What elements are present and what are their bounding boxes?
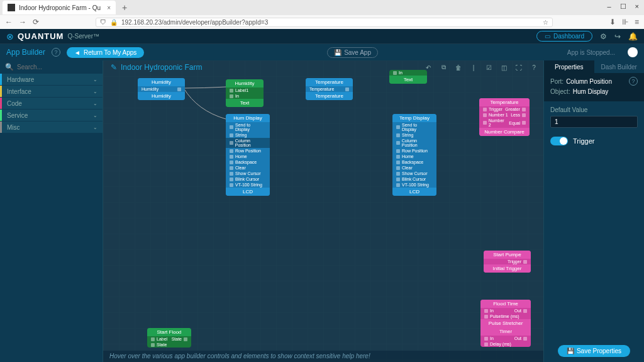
return-button[interactable]: ◄ Return To My Apps bbox=[67, 47, 144, 58]
tab-properties[interactable]: Properties bbox=[544, 60, 594, 73]
edit-icon[interactable]: ✎ bbox=[111, 63, 117, 72]
delete-icon[interactable]: 🗑 bbox=[454, 63, 463, 72]
download-icon[interactable]: ⬇ bbox=[609, 18, 616, 26]
sidebar-item-hardware[interactable]: Hardware⌄ bbox=[0, 74, 103, 85]
reload-button[interactable]: ⟳ bbox=[33, 18, 39, 26]
search-box[interactable]: 🔍 bbox=[0, 60, 103, 74]
library-icon[interactable]: ⊪ bbox=[622, 18, 628, 26]
canvas[interactable]: ✎ Indoor Hydroponic Farm ↶ ⧉ 🗑 | ☑ ◫ ⛶ ?… bbox=[103, 60, 543, 362]
node-start-flood[interactable]: Start Flood LabelState State bbox=[147, 328, 191, 348]
default-value-label: Default Value bbox=[550, 106, 638, 113]
save-icon: 💾 bbox=[334, 49, 341, 56]
copy-icon[interactable]: ⧉ bbox=[439, 63, 448, 72]
fullscreen-icon[interactable]: ⛶ bbox=[514, 63, 523, 72]
node-flood-time[interactable]: Flood Time InOut Pulsetime (ms) Pulse St… bbox=[480, 300, 531, 347]
menu-icon[interactable]: ≡ bbox=[635, 18, 639, 26]
logo-icon: ⊗ bbox=[6, 31, 14, 42]
maximize-button[interactable]: ☐ bbox=[620, 3, 626, 11]
browser-tab[interactable]: Indoor Hydroponic Farm - Qu × bbox=[3, 1, 116, 14]
star-icon[interactable]: ☆ bbox=[543, 19, 548, 26]
help-icon[interactable]: ? bbox=[629, 77, 638, 86]
node-number-compare[interactable]: Temperature TriggerGreater Number 1Less … bbox=[479, 98, 530, 136]
page-title: App Builder bbox=[6, 48, 45, 57]
crop-icon[interactable]: ◫ bbox=[499, 63, 508, 72]
help-bar: Hover over the various app builder contr… bbox=[103, 351, 543, 362]
save-icon: 💾 bbox=[567, 348, 574, 354]
back-button[interactable]: ← bbox=[5, 18, 13, 26]
chevron-down-icon: ⌄ bbox=[93, 77, 97, 82]
sidebar-item-interface[interactable]: Interface⌄ bbox=[0, 86, 103, 97]
dashboard-button[interactable]: ▭ Dashboard bbox=[536, 31, 592, 42]
gear-icon[interactable]: ⚙ bbox=[600, 32, 607, 41]
back-icon: ◄ bbox=[74, 49, 80, 56]
chevron-down-icon: ⌄ bbox=[93, 125, 97, 130]
url-input[interactable]: ⛉ 🔒 192.168.20.23/admin/developer/appBui… bbox=[96, 18, 553, 27]
object-value: Hum Display bbox=[573, 88, 609, 95]
shield-icon: ⛉ bbox=[100, 19, 106, 26]
properties-panel: Properties Dash Builder Port: Column Pos… bbox=[543, 60, 644, 362]
search-icon: 🔍 bbox=[5, 63, 14, 71]
trigger-label: Trigger bbox=[573, 137, 594, 145]
port-value: Column Position bbox=[566, 78, 612, 85]
chevron-down-icon: ⌄ bbox=[93, 113, 97, 118]
node-text1[interactable]: Humidity Label1 In Text bbox=[226, 79, 264, 107]
brand-sub: Q-Server™ bbox=[67, 33, 99, 40]
dashboard-icon: ▭ bbox=[545, 33, 550, 40]
save-properties-button[interactable]: 💾 Save Properties bbox=[558, 345, 630, 357]
divider: | bbox=[469, 63, 478, 72]
check-icon[interactable]: ☑ bbox=[484, 63, 493, 72]
bell-icon[interactable]: 🔔 bbox=[628, 32, 638, 41]
search-input[interactable] bbox=[17, 64, 97, 71]
close-window-button[interactable]: × bbox=[635, 3, 639, 11]
default-value-input[interactable] bbox=[550, 116, 638, 128]
sidebar-item-code[interactable]: Code⌄ bbox=[0, 98, 103, 109]
tab-dash-builder[interactable]: Dash Builder bbox=[594, 60, 645, 73]
minimize-button[interactable]: – bbox=[607, 3, 611, 11]
forward-button[interactable]: → bbox=[19, 18, 26, 26]
lock-icon: 🔒 bbox=[110, 19, 118, 26]
logout-icon[interactable]: ↪ bbox=[614, 32, 621, 41]
avatar[interactable] bbox=[628, 47, 638, 57]
node-temperature[interactable]: Temperature Temperature Temperature bbox=[306, 78, 353, 100]
node-text2[interactable]: In Text bbox=[389, 70, 427, 84]
save-app-button[interactable]: 💾 Save App bbox=[327, 47, 378, 58]
port-label: Port: bbox=[550, 78, 564, 85]
object-label: Object: bbox=[550, 88, 570, 95]
tab-title: Indoor Hydroponic Farm - Qu bbox=[19, 4, 101, 11]
url-text: 192.168.20.23/admin/developer/appBuilder… bbox=[121, 19, 268, 26]
node-start-pumpe[interactable]: Start Pumpe Trigger Initial Trigger bbox=[484, 251, 531, 273]
sidebar-item-misc[interactable]: Misc⌄ bbox=[0, 122, 103, 133]
close-tab-icon[interactable]: × bbox=[107, 4, 111, 11]
node-hum-display[interactable]: Hum Display Send to Display String Colum… bbox=[226, 114, 270, 196]
brand-name: QUANTUM bbox=[18, 31, 64, 41]
logo: ⊗ QUANTUM Q-Server™ bbox=[6, 31, 99, 42]
help-icon[interactable]: ? bbox=[530, 63, 538, 72]
help-icon[interactable]: ? bbox=[52, 48, 60, 57]
canvas-title: ✎ Indoor Hydroponic Farm bbox=[111, 63, 202, 72]
node-humidity[interactable]: Humidity Humidity Humidity bbox=[138, 78, 185, 100]
node-temp-display[interactable]: Temp Display Send to Display String Colu… bbox=[392, 114, 436, 196]
chevron-down-icon: ⌄ bbox=[93, 101, 97, 106]
new-tab-button[interactable]: + bbox=[122, 3, 127, 13]
favicon bbox=[8, 4, 15, 11]
sidebar-item-service[interactable]: Service⌄ bbox=[0, 110, 103, 121]
app-status: App is Stopped... bbox=[567, 49, 615, 56]
trigger-toggle[interactable] bbox=[550, 137, 568, 145]
sidebar: 🔍 Hardware⌄ Interface⌄ Code⌄ Service⌄ Mi… bbox=[0, 60, 103, 362]
chevron-down-icon: ⌄ bbox=[93, 89, 97, 94]
